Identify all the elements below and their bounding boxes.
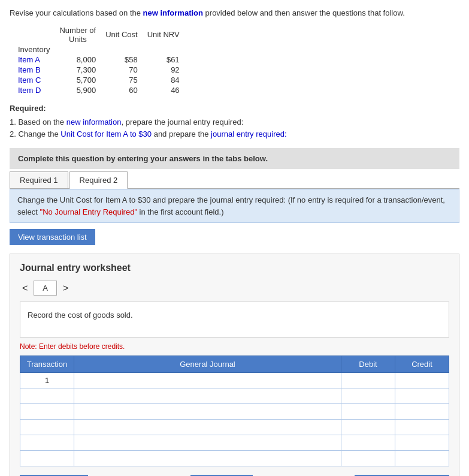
item-d-name: Item D xyxy=(16,85,57,95)
transaction-num-3 xyxy=(20,404,74,420)
item-d-cost: 60 xyxy=(103,85,144,95)
item-c-cost: 75 xyxy=(103,75,144,85)
transaction-num-6 xyxy=(20,451,74,466)
journal-table: Transaction General Journal Debit Credit… xyxy=(20,356,449,466)
intro-text: Revise your calculations based on the ne… xyxy=(10,7,459,19)
tab-required-1[interactable]: Required 1 xyxy=(10,171,68,188)
credit-field-6[interactable] xyxy=(395,451,449,466)
tab-required-2[interactable]: Required 2 xyxy=(69,171,128,189)
item-c-nrv: 84 xyxy=(145,75,187,85)
worksheet-title: Journal entry worksheet xyxy=(20,263,449,273)
worksheet-container: Journal entry worksheet < A > Record the… xyxy=(10,254,459,476)
debit-field-1[interactable] xyxy=(341,373,395,388)
credit-input-1[interactable] xyxy=(395,373,449,388)
table-row xyxy=(20,388,449,404)
item-b-cost: 70 xyxy=(103,65,144,75)
required-item-2: 2. Change the Unit Cost for Item A to $3… xyxy=(10,128,459,141)
item-b-name: Item B xyxy=(16,65,57,75)
worksheet-tab-a[interactable]: A xyxy=(34,281,57,296)
item-a-cost: $58 xyxy=(103,55,144,65)
col-header-transaction: Transaction xyxy=(20,356,74,373)
table-row xyxy=(20,451,449,466)
nav-right-arrow[interactable]: > xyxy=(60,282,71,295)
general-journal-input-1[interactable] xyxy=(74,373,341,388)
item-c-units: 5,700 xyxy=(57,75,103,85)
debit-input-1[interactable] xyxy=(341,373,395,388)
debit-field-4[interactable] xyxy=(341,420,395,435)
view-transaction-list-button[interactable]: View transaction list xyxy=(10,229,95,245)
col-header-debit: Debit xyxy=(341,356,395,373)
info-box: Change the Unit Cost for Item A to $30 a… xyxy=(10,189,459,223)
record-description-box: Record the cost of goods sold. xyxy=(20,302,449,338)
item-a-nrv: $61 xyxy=(145,55,187,65)
required-section: Required: 1. Based on the new informatio… xyxy=(10,104,459,141)
item-c-name: Item C xyxy=(16,75,57,85)
col-header-credit: Credit xyxy=(395,356,449,373)
debit-field-6[interactable] xyxy=(341,451,395,466)
credit-field-5[interactable] xyxy=(395,435,449,450)
tabs-row: Required 1 Required 2 xyxy=(10,169,459,189)
table-row xyxy=(20,435,449,451)
item-d-nrv: 46 xyxy=(145,85,187,95)
debit-field-5[interactable] xyxy=(341,435,395,450)
item-b-nrv: 92 xyxy=(145,65,187,75)
item-a-units: 8,000 xyxy=(57,55,103,65)
item-a-name: Item A xyxy=(16,55,57,65)
credit-field-3[interactable] xyxy=(395,404,449,419)
credit-field-2[interactable] xyxy=(395,388,449,403)
complete-banner: Complete this question by entering your … xyxy=(10,148,459,169)
general-journal-field-4[interactable] xyxy=(74,420,341,435)
debit-field-2[interactable] xyxy=(341,388,395,403)
transaction-num-1: 1 xyxy=(20,373,74,388)
credit-field-1[interactable] xyxy=(395,373,449,388)
general-journal-field-2[interactable] xyxy=(74,388,341,403)
required-title: Required: xyxy=(10,104,459,113)
general-journal-field-6[interactable] xyxy=(74,451,341,466)
nav-left-arrow[interactable]: < xyxy=(20,282,30,295)
general-journal-field-1[interactable] xyxy=(74,373,341,388)
table-row xyxy=(20,404,449,420)
transaction-num-4 xyxy=(20,420,74,435)
item-d-units: 5,900 xyxy=(57,85,103,95)
debit-field-3[interactable] xyxy=(341,404,395,419)
credit-field-4[interactable] xyxy=(395,420,449,435)
nav-row: < A > xyxy=(20,281,449,296)
item-b-units: 7,300 xyxy=(57,65,103,75)
general-journal-field-3[interactable] xyxy=(74,404,341,419)
transaction-num-5 xyxy=(20,435,74,451)
required-item-1: 1. Based on the new information, prepare… xyxy=(10,116,459,129)
general-journal-field-5[interactable] xyxy=(74,435,341,450)
table-row xyxy=(20,420,449,435)
col-header-general: General Journal xyxy=(74,356,341,373)
transaction-num-2 xyxy=(20,388,74,404)
table-row: 1 xyxy=(20,373,449,388)
inventory-table: Number ofUnits Unit Cost Unit NRV Invent… xyxy=(16,25,187,95)
note-text: Note: Enter debits before credits. xyxy=(20,342,449,351)
inv-label: Inventory xyxy=(16,44,57,55)
